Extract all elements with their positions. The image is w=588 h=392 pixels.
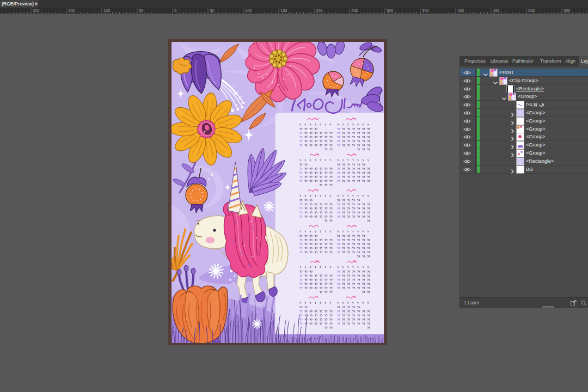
svg-text:50: 50 <box>210 8 214 13</box>
svg-text:550: 550 <box>564 8 571 13</box>
svg-text:150: 150 <box>68 8 75 13</box>
svg-text:400: 400 <box>457 8 464 13</box>
svg-text:0: 0 <box>174 8 176 13</box>
svg-text:100: 100 <box>103 8 111 13</box>
svg-text:250: 250 <box>351 8 358 13</box>
svg-text:100: 100 <box>245 8 252 13</box>
svg-text:200: 200 <box>316 8 323 13</box>
svg-text:200: 200 <box>33 8 40 13</box>
svg-text:450: 450 <box>493 8 500 13</box>
svg-text:50: 50 <box>139 8 143 13</box>
svg-text:350: 350 <box>422 8 429 13</box>
svg-text:150: 150 <box>280 8 287 13</box>
svg-text:300: 300 <box>387 8 394 13</box>
svg-text:500: 500 <box>528 8 535 13</box>
